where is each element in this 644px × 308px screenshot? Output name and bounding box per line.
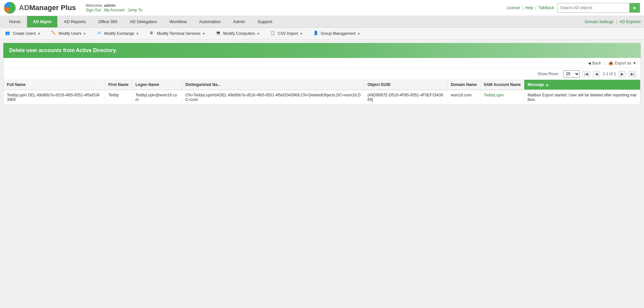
license-link[interactable]: License <box>507 6 520 10</box>
table-body: TeddyLupin DEL:49d90b7e-d516-4fb5-8551-4… <box>4 90 640 105</box>
nav-office365[interactable]: Office 365 <box>92 16 123 27</box>
group-management-btn[interactable]: 👤 Group Management ▼ <box>311 30 363 37</box>
search-box: ➤ <box>557 3 640 13</box>
admin-username: admin <box>104 3 115 8</box>
csv-import-arrow: ▼ <box>300 32 303 35</box>
col-distinguished-name[interactable]: Distinguished Na... <box>182 80 364 90</box>
top-links: License | Help | TalkBack <box>507 6 554 10</box>
toolbar-separator: | <box>604 61 605 65</box>
back-label: Back <box>592 61 601 65</box>
show-rows-select[interactable]: 10 25 50 100 <box>563 70 580 77</box>
modify-computers-label: Modify Computers <box>223 31 255 36</box>
back-icon: ◀ <box>588 61 591 65</box>
col-sam-account-name[interactable]: SAM Account Name <box>480 80 524 90</box>
last-page-btn[interactable]: ▶| <box>628 71 637 77</box>
csv-import-icon: 📋 <box>270 31 276 36</box>
back-button[interactable]: ◀ Back <box>588 61 601 65</box>
pagination-row: Show Rows : 10 25 50 100 |◀ ◀ 1-1 of 1 ▶… <box>4 68 640 80</box>
top-right-area: License | Help | TalkBack ➤ <box>507 3 640 13</box>
logo-icon <box>4 2 16 14</box>
content-area: ◀ Back | 📤 Export as ▼ Show Rows : 10 25… <box>3 58 641 105</box>
welcome-text: Welcome, <box>86 3 103 8</box>
nav-automation[interactable]: Automation <box>193 16 227 27</box>
nav-support[interactable]: Support <box>252 16 278 27</box>
export-button[interactable]: 📤 Export as ▼ <box>608 61 637 65</box>
col-domain-name[interactable]: Domain Name <box>447 80 480 90</box>
table-toolbar: ◀ Back | 📤 Export as ▼ <box>4 58 640 68</box>
cell-sam-account-name[interactable]: TeddyLupin <box>480 90 524 105</box>
modify-computers-icon: 💻 <box>216 31 222 36</box>
cell-domain-name: wsm16.com <box>447 90 480 105</box>
table-row: TeddyLupin DEL:49d90b7e-d516-4fb5-8551-4… <box>4 90 640 105</box>
my-account-link[interactable]: My Account <box>104 8 125 12</box>
export-arrow: ▼ <box>633 61 637 65</box>
sub-toolbar: 👥 Create Users ▼ ✏️ Modify Users ▼ 📧 Mod… <box>0 28 644 40</box>
create-users-arrow: ▼ <box>37 32 41 35</box>
col-full-name[interactable]: Full Name <box>4 80 105 90</box>
modify-exchange-btn[interactable]: 📧 Modify Exchange ▼ <box>95 30 141 37</box>
cell-first-name: Teddy <box>105 90 132 105</box>
pagination-info: 1-1 of 1 <box>603 72 616 76</box>
ad-explorer-link[interactable]: AD Explorer <box>620 20 641 24</box>
nav-admin[interactable]: Admin <box>227 16 251 27</box>
cell-object-guid: {49D90B7E-D516-4FB5-8551-4F5EF3343969} <box>364 90 447 105</box>
nav-ad-reports[interactable]: AD Reports <box>58 16 92 27</box>
col-logon-name[interactable]: Logon Name <box>132 80 182 90</box>
group-management-arrow: ▼ <box>357 32 360 35</box>
group-management-label: Group Management <box>321 31 356 36</box>
cell-logon-name: TeddyLupin@wsm16.com <box>132 90 182 105</box>
page-banner: Delete user accounts from Active Directo… <box>3 43 641 58</box>
main-nav: Home AD Mgmt AD Reports Office 365 AD De… <box>0 16 644 28</box>
cell-message: Mailbox Export started. User will be del… <box>524 90 640 105</box>
modify-exchange-icon: 📧 <box>97 31 103 36</box>
welcome-area: Welcome, admin Sign Out , My Account , J… <box>86 3 142 12</box>
domain-links: Domain Settings | AD Explorer <box>585 20 641 24</box>
modify-users-arrow: ▼ <box>83 32 86 35</box>
modify-computers-btn[interactable]: 💻 Modify Computers ▼ <box>214 30 262 37</box>
talkback-link[interactable]: TalkBack <box>538 6 554 10</box>
csv-import-btn[interactable]: 📋 CSV Import ▼ <box>268 30 305 37</box>
help-link[interactable]: Help <box>525 6 533 10</box>
search-button[interactable]: ➤ <box>629 3 640 12</box>
jump-to-link[interactable]: Jump To <box>128 8 142 12</box>
app-logo-text: ADManager Plus <box>19 4 76 12</box>
prev-page-btn[interactable]: ◀ <box>593 71 600 77</box>
modify-terminal-btn[interactable]: 🖥 Modify Terminal Services ▼ <box>147 30 207 37</box>
modify-terminal-label: Modify Terminal Services <box>157 31 200 36</box>
domain-settings-link[interactable]: Domain Settings <box>585 20 613 24</box>
nav-home[interactable]: Home <box>3 16 26 27</box>
export-icon: 📤 <box>608 61 613 65</box>
cell-full-name: TeddyLupin DEL:49d90b7e-d516-4fb5-8551-4… <box>4 90 105 105</box>
create-users-label: Create Users <box>13 31 36 36</box>
logo-area: ADManager Plus Welcome, admin Sign Out ,… <box>4 2 142 14</box>
csv-import-label: CSV Import <box>278 31 298 36</box>
modify-exchange-label: Modify Exchange <box>104 31 134 36</box>
nav-ad-mgmt[interactable]: AD Mgmt <box>27 16 57 27</box>
search-input[interactable] <box>558 4 629 12</box>
modify-users-label: Modify Users <box>59 31 82 36</box>
modify-terminal-arrow: ▼ <box>202 32 205 35</box>
data-table: Full Name First Name Logon Name Distingu… <box>4 80 640 105</box>
modify-users-btn[interactable]: ✏️ Modify Users ▼ <box>49 30 88 37</box>
modify-exchange-arrow: ▼ <box>136 32 139 35</box>
show-rows-label: Show Rows : <box>538 72 561 76</box>
export-label: Export as <box>615 61 631 65</box>
group-management-icon: 👤 <box>313 31 319 36</box>
create-users-btn[interactable]: 👥 Create Users ▼ <box>3 30 43 37</box>
top-bar: ADManager Plus Welcome, admin Sign Out ,… <box>0 0 644 16</box>
modify-computers-arrow: ▼ <box>257 32 260 35</box>
nav-ad-delegation[interactable]: AD Delegation <box>124 16 163 27</box>
sign-out-link[interactable]: Sign Out <box>86 8 101 12</box>
first-page-btn[interactable]: |◀ <box>582 71 591 77</box>
table-header-row: Full Name First Name Logon Name Distingu… <box>4 80 640 90</box>
modify-terminal-icon: 🖥 <box>149 31 155 36</box>
modify-users-icon: ✏️ <box>51 31 57 36</box>
cell-distinguished-name: CN=TeddyLupin\0ADEL:49d90b7e-d516-4fb5-8… <box>182 90 364 105</box>
col-first-name[interactable]: First Name <box>105 80 132 90</box>
next-page-btn[interactable]: ▶ <box>619 71 626 77</box>
nav-workflow[interactable]: Workflow <box>164 16 193 27</box>
col-message[interactable]: Message ▲ <box>524 80 640 90</box>
col-object-guid[interactable]: Object GUID <box>364 80 447 90</box>
create-users-icon: 👥 <box>5 31 11 36</box>
